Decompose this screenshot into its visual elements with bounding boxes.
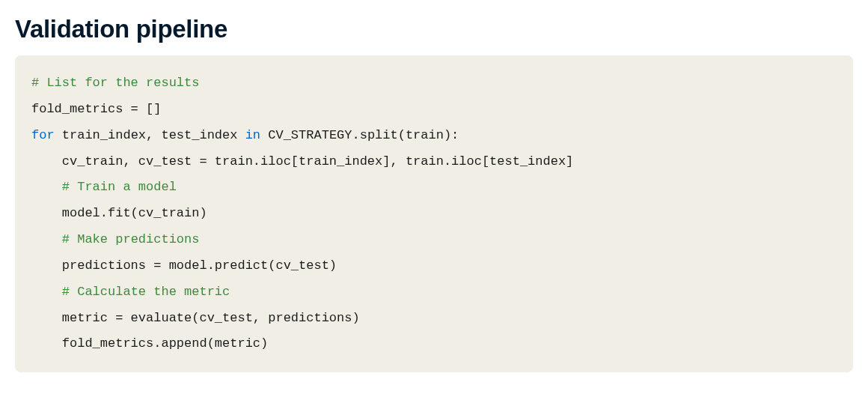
code-token: metric = evaluate(cv_test, predictions): [31, 311, 360, 325]
code-token: CV_STRATEGY.split(train):: [260, 128, 459, 142]
code-token: in: [245, 128, 260, 142]
code-token: fold_metrics.append(metric): [31, 336, 268, 351]
code-token: [31, 180, 62, 194]
code-token: fold_metrics = []: [31, 102, 161, 116]
code-token: [31, 285, 62, 299]
code-token: # Train a model: [62, 180, 177, 194]
code-token: cv_train, cv_test = train.iloc[train_ind…: [31, 154, 573, 169]
code-token: for: [31, 128, 55, 142]
code-token: predictions = model.predict(cv_test): [31, 258, 337, 273]
section-heading: Validation pipeline: [15, 15, 853, 43]
code-token: # Calculate the metric: [62, 285, 230, 299]
code-token: # List for the results: [31, 76, 199, 90]
code-block: # List for the results fold_metrics = []…: [15, 55, 853, 372]
code-token: [31, 232, 62, 246]
code-token: train_index, test_index: [55, 128, 245, 142]
code-token: model.fit(cv_train): [31, 206, 207, 220]
code-token: # Make predictions: [62, 232, 200, 246]
